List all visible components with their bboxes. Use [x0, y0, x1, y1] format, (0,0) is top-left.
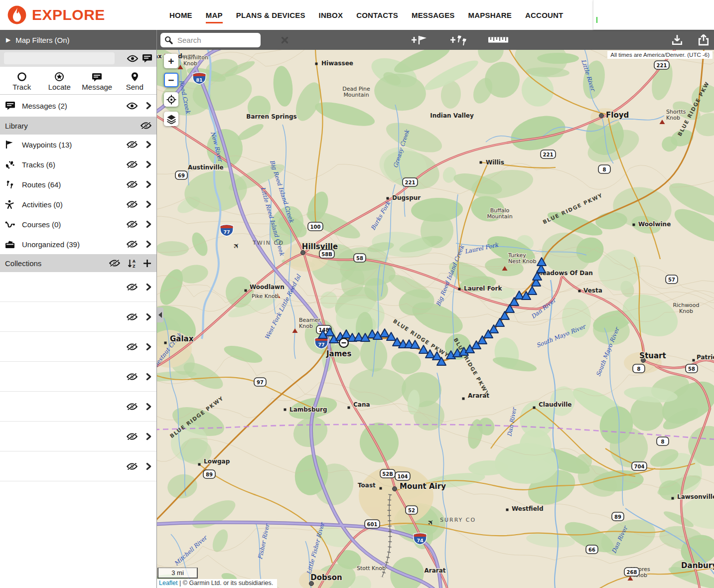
chevron-right-icon[interactable]: [141, 403, 151, 411]
routes-icon: [5, 180, 18, 189]
nav-item-contacts[interactable]: CONTACTS: [356, 8, 398, 22]
chevron-right-icon[interactable]: [141, 373, 151, 381]
eye-hidden-icon[interactable]: [124, 373, 141, 381]
action-label: Track: [12, 83, 31, 91]
collection-row[interactable]: [0, 272, 156, 302]
place-label: Claudville: [539, 401, 571, 408]
town-marker: [462, 398, 465, 400]
map-layers-button[interactable]: [164, 112, 178, 126]
place-label: Laurel Fork: [464, 285, 503, 292]
eye-hidden-icon[interactable]: [124, 220, 141, 228]
chevron-right-icon[interactable]: [141, 433, 151, 441]
eye-hidden-icon[interactable]: [124, 283, 141, 291]
eye-visible-icon[interactable]: [124, 102, 141, 110]
sidebar-collapse-handle[interactable]: [157, 307, 163, 322]
chevron-right-icon[interactable]: [141, 283, 151, 291]
collection-row[interactable]: [0, 302, 156, 332]
library-item-unorganized[interactable]: Unorganized (39): [0, 234, 156, 254]
chevron-right-icon[interactable]: [141, 462, 151, 470]
add-waypoint-button[interactable]: [411, 32, 428, 47]
svg-text:66: 66: [588, 547, 595, 553]
library-item-courses[interactable]: Courses (0): [0, 214, 156, 234]
map-filters-toggle[interactable]: ▶ Map Filters (On): [0, 30, 156, 50]
add-collection-icon[interactable]: [143, 259, 151, 268]
library-item-routes[interactable]: Routes (64): [0, 174, 156, 194]
eye-hidden-icon[interactable]: [124, 433, 141, 441]
chevron-right-icon[interactable]: [141, 343, 151, 351]
eye-hidden-icon[interactable]: [124, 240, 141, 248]
nav-item-account[interactable]: ACCOUNT: [525, 8, 563, 22]
place-label: Lambsburg: [289, 406, 327, 413]
library-header: Library: [0, 117, 156, 135]
chevron-right-icon[interactable]: [141, 313, 151, 321]
collection-row[interactable]: [0, 422, 156, 451]
eye-hidden-icon[interactable]: [124, 343, 141, 351]
explore-logo[interactable]: EXPLORE: [0, 5, 169, 25]
eye-hidden-icon[interactable]: [124, 141, 141, 148]
library-item-tracks[interactable]: Tracks (6): [0, 154, 156, 174]
eye-hidden-icon[interactable]: [124, 313, 141, 321]
place-label: Ararat: [424, 567, 445, 574]
eye-hidden-icon[interactable]: [109, 259, 120, 267]
nav-item-inbox[interactable]: INBOX: [319, 8, 343, 22]
eye-hidden-icon[interactable]: [141, 122, 151, 130]
chevron-right-icon[interactable]: [141, 220, 151, 228]
sort-az-icon[interactable]: AZ: [127, 259, 136, 268]
collection-row[interactable]: [0, 332, 156, 362]
messages-row[interactable]: Messages (2): [0, 95, 156, 117]
svg-text:8: 8: [603, 167, 606, 172]
route-shield: 100: [308, 222, 323, 231]
export-share-button[interactable]: [698, 32, 710, 47]
map-canvas[interactable]: Reed CreekNew RiverBig Reed Island Creek…: [157, 50, 714, 588]
message-icon: [92, 71, 102, 82]
message-action-button[interactable]: Message: [78, 68, 116, 94]
map-scale-bar: 3 mi: [157, 568, 198, 579]
leaflet-link[interactable]: Leaflet: [159, 580, 178, 587]
chevron-right-icon[interactable]: [141, 200, 151, 208]
eye-hidden-icon[interactable]: [124, 200, 141, 208]
track-icon: [17, 71, 27, 82]
chevron-right-icon[interactable]: [141, 160, 151, 168]
send-action-button[interactable]: Send: [116, 68, 154, 94]
place-label: Mountain: [343, 92, 369, 98]
search-input[interactable]: [176, 35, 278, 45]
chevron-right-icon[interactable]: [141, 240, 151, 248]
device-row[interactable]: [0, 50, 156, 67]
zoom-out-button[interactable]: −: [164, 73, 178, 87]
track-action-button[interactable]: Track: [3, 68, 41, 94]
place-label: Lowgap: [204, 458, 230, 465]
chevron-right-icon[interactable]: [141, 102, 151, 110]
library-item-activities[interactable]: Activities (0): [0, 194, 156, 214]
locate-action-button[interactable]: Locate: [41, 68, 79, 94]
eye-hidden-icon[interactable]: [124, 462, 141, 470]
import-download-button[interactable]: [671, 32, 683, 47]
eye-visible-icon[interactable]: [127, 55, 138, 62]
nav-item-plans-devices[interactable]: PLANS & DEVICES: [236, 8, 305, 22]
library-item-waypoints[interactable]: Waypoints (13): [0, 135, 156, 154]
collection-row[interactable]: [0, 451, 156, 481]
locate-me-button[interactable]: [164, 92, 178, 107]
nav-item-map[interactable]: MAP: [206, 8, 223, 22]
nav-item-messages[interactable]: MESSAGES: [412, 8, 455, 22]
eye-hidden-icon[interactable]: [124, 160, 141, 168]
eye-hidden-icon[interactable]: [124, 403, 141, 411]
chevron-right-icon[interactable]: [141, 141, 151, 148]
zoom-in-button[interactable]: +: [164, 54, 178, 68]
measure-distance-button[interactable]: [488, 32, 509, 47]
nav-item-mapshare[interactable]: MAPSHARE: [468, 8, 512, 22]
device-name-placeholder: [4, 52, 115, 64]
nav-item-home[interactable]: HOME: [169, 8, 192, 22]
message-bubble-icon[interactable]: [142, 54, 152, 63]
route-shield: 221: [541, 150, 556, 158]
collection-row[interactable]: [0, 392, 156, 422]
route-shield: 8: [633, 364, 645, 373]
clear-search-icon[interactable]: [281, 36, 288, 44]
collection-row[interactable]: [0, 362, 156, 392]
route-shield: 221: [403, 178, 418, 186]
eye-hidden-icon[interactable]: [124, 180, 141, 188]
route-shield: 69: [175, 171, 187, 179]
route-collapse-marker[interactable]: [339, 338, 348, 347]
chevron-right-icon[interactable]: [141, 180, 151, 188]
map-search-box[interactable]: [160, 33, 261, 47]
add-route-button[interactable]: [450, 32, 467, 47]
